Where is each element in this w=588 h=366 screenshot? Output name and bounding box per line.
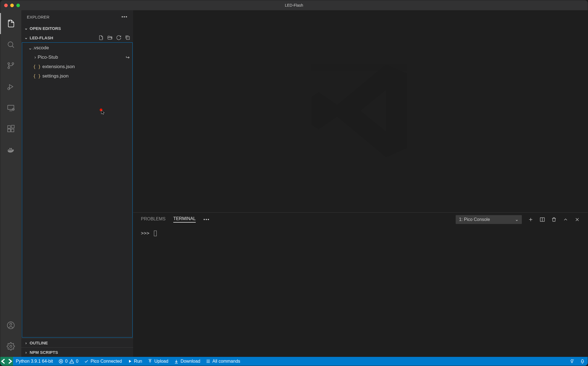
workspace-section[interactable]: ⌄ LED-FLASH	[21, 33, 133, 42]
chevron-right-icon: ›	[24, 350, 29, 355]
feedback-button[interactable]	[567, 357, 577, 366]
sidebar-more-button[interactable]: •••	[122, 14, 128, 20]
chevron-down-icon: ⌄	[24, 26, 29, 31]
new-file-icon[interactable]	[98, 35, 104, 40]
run-debug-activity[interactable]	[0, 76, 21, 97]
debug-icon	[7, 83, 15, 91]
editor-area: PROBLEMS TERMINAL ••• 1: Pico Console ⌄	[133, 10, 588, 357]
open-editors-section[interactable]: ⌄ OPEN EDITORS	[21, 24, 133, 33]
explorer-activity[interactable]	[0, 13, 21, 34]
statusbar: Python 3.9.1 64-bit 0 0 Pico Connected R…	[0, 357, 588, 366]
terminal-select-label: 1: Pico Console	[459, 217, 490, 222]
panel: PROBLEMS TERMINAL ••• 1: Pico Console ⌄	[133, 212, 588, 357]
all-commands-button[interactable]: All commands	[203, 357, 243, 366]
terminal-body[interactable]: >>>	[133, 226, 588, 357]
svg-point-17	[571, 360, 573, 362]
list-icon	[206, 359, 211, 364]
tab-terminal[interactable]: TERMINAL	[173, 216, 196, 223]
minimize-window-button[interactable]	[10, 4, 14, 7]
terminal-select[interactable]: 1: Pico Console ⌄	[456, 215, 522, 224]
split-terminal-icon[interactable]	[540, 217, 545, 222]
svg-point-1	[8, 63, 9, 64]
workspace-actions	[98, 35, 130, 40]
sidebar-header: EXPLORER •••	[21, 10, 133, 24]
body: EXPLORER ••• ⌄ OPEN EDITORS ⌄ LED-FLASH	[0, 10, 588, 357]
download-button[interactable]: Download	[171, 357, 203, 366]
new-folder-icon[interactable]	[107, 35, 113, 40]
json-icon: { }	[33, 74, 42, 79]
folder-pico-stub[interactable]: › Pico-Stub ↪	[22, 53, 132, 62]
window: LED-Flash	[0, 0, 588, 366]
upload-button[interactable]: Upload	[145, 357, 171, 366]
extensions-icon	[7, 125, 15, 133]
refresh-icon[interactable]	[116, 35, 122, 40]
panel-more-button[interactable]: •••	[203, 217, 210, 222]
maximize-window-button[interactable]	[16, 4, 20, 7]
search-activity[interactable]	[0, 34, 21, 55]
file-label: extensions.json	[42, 64, 75, 69]
svg-rect-7	[8, 126, 11, 128]
download-label: Download	[180, 359, 200, 364]
file-settings-json[interactable]: { } settings.json	[22, 71, 132, 81]
open-editors-label: OPEN EDITORS	[30, 26, 61, 31]
new-terminal-icon[interactable]	[528, 217, 533, 222]
notifications-button[interactable]	[577, 357, 588, 366]
panel-tabs: PROBLEMS TERMINAL ••• 1: Pico Console ⌄	[133, 213, 588, 226]
chevron-right-icon: ›	[24, 341, 29, 345]
svg-rect-9	[11, 129, 14, 132]
close-window-button[interactable]	[4, 4, 8, 7]
remote-indicator[interactable]	[0, 357, 13, 366]
branch-icon	[7, 61, 15, 70]
sidebar-title: EXPLORER	[27, 15, 50, 19]
python-interpreter[interactable]: Python 3.9.1 64-bit	[13, 357, 56, 366]
tab-problems[interactable]: PROBLEMS	[141, 216, 166, 222]
titlebar: LED-Flash	[0, 0, 588, 10]
accounts-activity[interactable]	[0, 315, 21, 336]
run-label: Run	[134, 359, 142, 364]
window-title: LED-Flash	[0, 3, 588, 7]
account-icon	[7, 321, 15, 329]
all-commands-label: All commands	[212, 359, 240, 364]
chevron-down-icon: ⌄	[515, 217, 519, 222]
folder-label: .vscode	[33, 45, 49, 51]
svg-point-13	[10, 345, 12, 347]
npm-scripts-section[interactable]: › NPM SCRIPTS	[21, 347, 133, 357]
upload-label: Upload	[154, 359, 168, 364]
chevron-right-icon: ›	[33, 55, 38, 60]
svg-point-0	[8, 42, 13, 47]
file-extensions-json[interactable]: { } extensions.json	[22, 62, 132, 71]
check-icon	[84, 359, 89, 364]
chevron-down-icon: ⌄	[24, 35, 29, 40]
close-panel-icon[interactable]	[574, 217, 580, 222]
chevron-down-icon: ⌄	[28, 45, 33, 51]
panel-actions: 1: Pico Console ⌄	[456, 215, 580, 224]
chevron-up-icon[interactable]	[563, 217, 568, 222]
extensions-activity[interactable]	[0, 118, 21, 139]
folder-vscode[interactable]: ⌄ .vscode	[22, 43, 132, 53]
collapse-all-icon[interactable]	[125, 35, 130, 40]
svg-rect-8	[8, 129, 11, 132]
search-icon	[7, 40, 15, 49]
editor-empty	[133, 10, 588, 212]
problems-status[interactable]: 0 0	[56, 357, 81, 366]
files-icon	[7, 19, 15, 28]
folder-label: Pico-Stub	[38, 55, 58, 60]
pico-label: Pico Connected	[91, 359, 122, 364]
trash-icon[interactable]	[551, 217, 557, 222]
svg-rect-5	[8, 105, 14, 109]
source-control-activity[interactable]	[0, 55, 21, 76]
docker-activity[interactable]	[0, 139, 21, 160]
pico-status[interactable]: Pico Connected	[81, 357, 125, 366]
gear-icon	[7, 342, 15, 350]
settings-activity[interactable]	[0, 336, 21, 357]
upload-icon	[148, 359, 153, 364]
remote-explorer-activity[interactable]	[0, 97, 21, 118]
outline-section[interactable]: › OUTLINE	[21, 338, 133, 347]
file-tree[interactable]: ⌄ .vscode › Pico-Stub ↪ { } extensions.j…	[22, 42, 133, 337]
python-label: Python 3.9.1 64-bit	[16, 359, 53, 364]
svg-point-12	[10, 323, 12, 326]
symlink-icon: ↪	[126, 55, 130, 60]
play-icon	[127, 359, 132, 364]
run-button[interactable]: Run	[125, 357, 145, 366]
terminal-cursor	[154, 231, 157, 236]
